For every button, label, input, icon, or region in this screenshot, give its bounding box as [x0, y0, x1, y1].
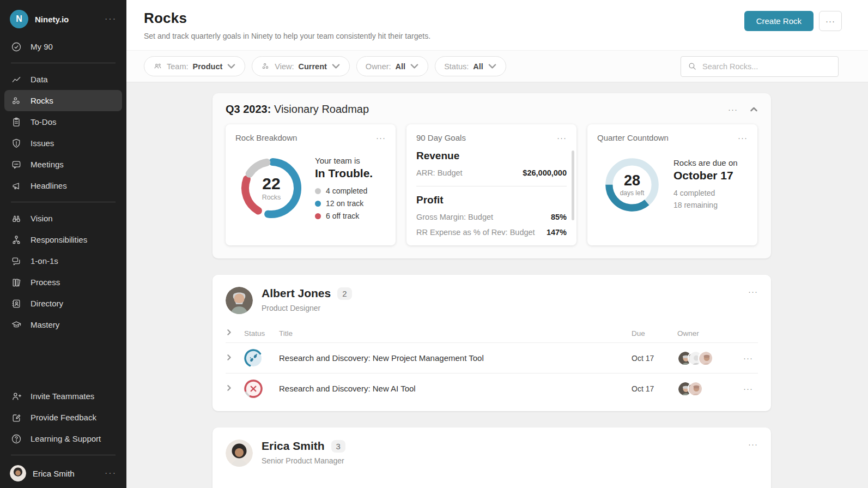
card-title: Quarter Countdown: [597, 133, 669, 142]
status-on-track-icon[interactable]: [244, 349, 263, 367]
sidebar-item-label: To-Dos: [31, 117, 57, 126]
goal-row: ARR: Budget $26,000,000: [416, 168, 567, 177]
rock-row[interactable]: Research and Discovery: New AI Tool Oct …: [226, 373, 758, 403]
sidebar-item-label: Responsibilities: [31, 235, 87, 244]
search-input[interactable]: [702, 62, 831, 71]
owner-avatars[interactable]: [677, 381, 738, 396]
row-more-button[interactable]: ···: [738, 353, 758, 363]
filter-label: Owner:: [366, 62, 391, 71]
sidebar-user[interactable]: Erica Smith ···: [4, 461, 122, 483]
quarter-name: Visionary Roadmap: [271, 103, 369, 115]
total-rocks-label: Rocks: [262, 194, 281, 201]
sidebar: N Ninety.io ··· My 90 Data Rocks To-Dos …: [0, 0, 126, 488]
user-more-icon[interactable]: ···: [105, 468, 117, 478]
books-icon: [11, 277, 22, 288]
days-left-value: 28: [624, 173, 640, 188]
rock-count-badge: 2: [337, 287, 351, 300]
column-header-status: Status: [244, 329, 279, 338]
owner-avatars[interactable]: [677, 351, 738, 366]
collapse-chevron-up-icon[interactable]: [750, 105, 758, 113]
rock-breakdown-donut: 22 Rocks: [235, 152, 307, 224]
quarter-prefix: Q3 2023:: [226, 103, 271, 115]
header-more-button[interactable]: ···: [819, 11, 842, 31]
legend-label: 6 off track: [326, 212, 359, 220]
page-title: Rocks: [144, 10, 430, 27]
member-name: Albert Jones: [262, 287, 331, 300]
sidebar-item-label: Process: [31, 278, 60, 287]
legend-label: 12 on track: [326, 199, 363, 208]
address-book-icon: [11, 298, 22, 309]
sidebar-item-invite-teammates[interactable]: Invite Teammates: [4, 385, 122, 407]
sidebar-item-learning-support[interactable]: Learning & Support: [4, 428, 122, 449]
team-filter[interactable]: Team: Product: [144, 56, 245, 76]
column-header-title: Title: [279, 329, 632, 338]
sidebar-item-mastery[interactable]: Mastery: [4, 314, 122, 335]
goal-row: RR Expense as % of Rev: Budget 147%: [416, 228, 567, 237]
filter-value: All: [396, 62, 406, 71]
quarter-more-button[interactable]: ···: [728, 105, 738, 114]
card-more-button[interactable]: ···: [557, 133, 567, 142]
member-card-albert-jones: Albert Jones 2 Product Designer ··· Stat…: [213, 275, 771, 411]
owner-filter[interactable]: Owner: All: [356, 56, 428, 76]
status-filter[interactable]: Status: All: [435, 56, 506, 76]
legend-dot-on-track: [315, 201, 321, 207]
search-icon: [688, 62, 697, 71]
total-rocks-value: 22: [262, 176, 280, 192]
rocks-view-icon: [261, 62, 270, 71]
graduation-cap-icon: [11, 320, 22, 330]
view-filter[interactable]: View: Current: [252, 56, 350, 76]
rock-row[interactable]: Research and Discovery: New Project Mana…: [226, 342, 758, 373]
sidebar-item-label: Directory: [31, 299, 63, 308]
sidebar-item-meetings[interactable]: Meetings: [4, 154, 122, 175]
team-status-prefix: Your team is: [315, 156, 373, 165]
expand-all-chevron-icon[interactable]: [226, 329, 244, 338]
sidebar-item-provide-feedback[interactable]: Provide Feedback: [4, 407, 122, 428]
two-bubbles-icon: [11, 256, 22, 267]
quarter-section: Q3 2023: Visionary Roadmap ··· Rock Brea…: [213, 93, 771, 258]
create-rock-button[interactable]: Create Rock: [744, 11, 814, 31]
status-off-track-icon[interactable]: [244, 379, 263, 398]
sidebar-item-directory[interactable]: Directory: [4, 293, 122, 314]
goal-section-heading: Revenue: [416, 150, 567, 162]
member-role: Product Designer: [262, 304, 352, 312]
sidebar-item-data[interactable]: Data: [4, 69, 122, 90]
binoculars-icon: [11, 213, 22, 224]
sidebar-item-headlines[interactable]: Headlines: [4, 175, 122, 196]
sidebar-item-my90[interactable]: My 90: [4, 36, 122, 57]
row-more-button[interactable]: ···: [738, 384, 758, 393]
pencil-square-icon: [11, 412, 22, 423]
sidebar-item-1on1s[interactable]: 1-on-1s: [4, 250, 122, 272]
main-column: Rocks Set and track quarterly goals in N…: [126, 0, 868, 488]
quarter-title: Q3 2023: Visionary Roadmap: [226, 103, 369, 116]
filter-value: Current: [298, 62, 326, 71]
sidebar-item-vision[interactable]: Vision: [4, 208, 122, 229]
expand-chevron-icon[interactable]: [226, 353, 244, 363]
team-icon: [153, 62, 162, 71]
chat-dots-icon: [11, 159, 22, 170]
main-content: Q3 2023: Visionary Roadmap ··· Rock Brea…: [126, 82, 868, 488]
column-header-due: Due: [632, 329, 677, 338]
sidebar-item-responsibilities[interactable]: Responsibilities: [4, 229, 122, 250]
sidebar-item-rocks[interactable]: Rocks: [4, 90, 122, 111]
sidebar-item-label: My 90: [31, 42, 53, 51]
brand-more-icon[interactable]: ···: [105, 14, 117, 24]
countdown-completed: 4 completed: [673, 188, 738, 200]
expand-chevron-icon[interactable]: [226, 384, 244, 393]
sidebar-item-todos[interactable]: To-Dos: [4, 111, 122, 132]
sidebar-item-issues[interactable]: Issues: [4, 132, 122, 154]
sidebar-item-process[interactable]: Process: [4, 272, 122, 293]
filter-value: Product: [193, 62, 223, 71]
goal-section-heading: Profit: [416, 194, 567, 206]
legend-item: 6 off track: [315, 212, 373, 220]
brand-logo: N: [10, 10, 28, 28]
card-more-button[interactable]: ···: [376, 133, 386, 142]
filter-value: All: [473, 62, 483, 71]
rocks-icon: [11, 95, 22, 106]
member-more-button[interactable]: ···: [748, 439, 758, 449]
member-more-button[interactable]: ···: [748, 287, 758, 296]
card-more-button[interactable]: ···: [738, 133, 748, 142]
scrollbar-thumb[interactable]: [572, 150, 574, 220]
quarter-countdown-card: Quarter Countdown ··· 28: [587, 124, 757, 245]
goal-label: RR Expense as % of Rev: Budget: [416, 228, 535, 237]
chevron-down-icon: [227, 62, 236, 71]
